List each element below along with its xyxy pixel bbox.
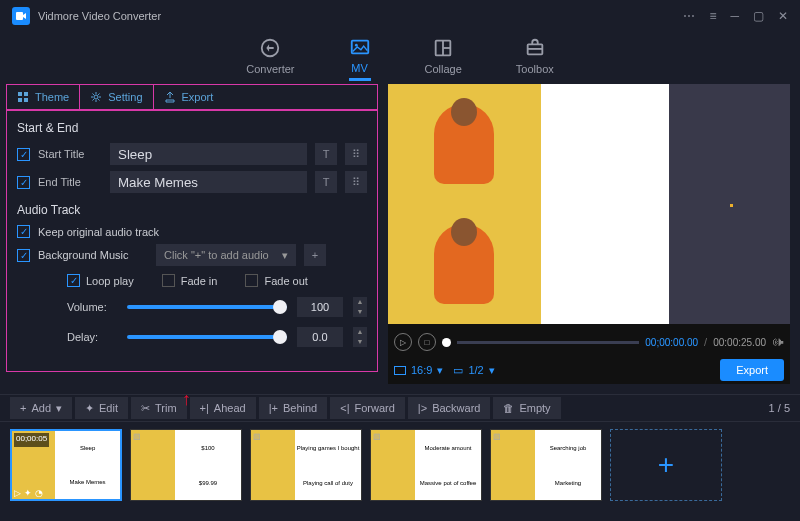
- add-audio-button[interactable]: +: [304, 244, 326, 266]
- play-button[interactable]: ▷: [394, 333, 412, 351]
- loop-checkbox[interactable]: ✓: [67, 274, 80, 287]
- thumbnail-item[interactable]: 00;00:05✕ SleepMake Memes ▷✦◔: [10, 429, 122, 501]
- add-thumbnail-button[interactable]: +: [610, 429, 722, 501]
- chevron-down-icon: ▾: [282, 249, 288, 262]
- minimize-button[interactable]: ─: [730, 9, 739, 23]
- delay-label: Delay:: [67, 331, 117, 343]
- volume-icon[interactable]: 🕪: [772, 335, 784, 349]
- total-time: 00:00:25.00: [713, 337, 766, 348]
- svg-rect-0: [16, 12, 23, 20]
- thumbnail-item[interactable]: ▧$100$99.99: [130, 429, 242, 501]
- end-title-checkbox[interactable]: ✓: [17, 176, 30, 189]
- gear-icon: [90, 91, 102, 103]
- app-logo-icon: [12, 7, 30, 25]
- thumb-trim-icon[interactable]: ◔: [35, 488, 43, 498]
- nav-mv[interactable]: MV: [349, 36, 371, 81]
- backward-button[interactable]: |> Backward: [408, 397, 491, 419]
- nav-toolbox[interactable]: Toolbox: [516, 37, 554, 79]
- thumbnail-item[interactable]: ▧Searching jobMarketing: [490, 429, 602, 501]
- current-time: 00;00:00.00: [645, 337, 698, 348]
- thumb-play-icon[interactable]: ▷: [14, 488, 21, 498]
- svg-rect-11: [18, 98, 22, 102]
- converter-icon: [259, 37, 281, 59]
- close-button[interactable]: ✕: [778, 9, 788, 23]
- tab-theme[interactable]: Theme: [7, 85, 79, 109]
- export-button[interactable]: Export: [720, 359, 784, 381]
- preview-panel: ▷ □ 00;00:00.00/00:00:25.00 🕪 16:9 ▾ ▭ 1…: [388, 84, 790, 384]
- volume-value: 100: [297, 297, 343, 317]
- delay-value: 0.0: [297, 327, 343, 347]
- thumbnail-strip: 00;00:05✕ SleepMake Memes ▷✦◔ ▧$100$99.9…: [0, 422, 800, 508]
- start-title-label: Start Title: [38, 148, 102, 160]
- volume-up-button[interactable]: ▲: [353, 297, 367, 307]
- export-icon: [164, 91, 176, 103]
- toolbox-icon: [524, 37, 546, 59]
- behind-button[interactable]: |+ Behind: [259, 397, 328, 419]
- fadein-checkbox[interactable]: ✓: [162, 274, 175, 287]
- add-button[interactable]: + Add ▾: [10, 397, 72, 419]
- section-audio: Audio Track: [17, 203, 367, 217]
- tab-setting[interactable]: Setting: [79, 85, 153, 109]
- app-title: Vidmore Video Converter: [38, 10, 683, 22]
- playhead[interactable]: [442, 338, 451, 347]
- svg-point-13: [94, 95, 98, 99]
- grid-icon: [17, 91, 29, 103]
- volume-slider[interactable]: [127, 305, 287, 309]
- timeline-track[interactable]: [457, 341, 639, 344]
- svg-rect-10: [24, 92, 28, 96]
- bg-music-dropdown[interactable]: Click "+" to add audio▾: [156, 244, 296, 266]
- keep-audio-checkbox[interactable]: ✓: [17, 225, 30, 238]
- start-title-input[interactable]: [110, 143, 307, 165]
- volume-down-button[interactable]: ▼: [353, 307, 367, 317]
- fadeout-checkbox[interactable]: ✓: [245, 274, 258, 287]
- arrow-annotation: ↑: [182, 389, 191, 410]
- stop-button[interactable]: □: [418, 333, 436, 351]
- feedback-icon[interactable]: ⋯: [683, 9, 695, 23]
- delay-down-button[interactable]: ▼: [353, 337, 367, 347]
- svg-rect-12: [24, 98, 28, 102]
- screen-button[interactable]: ▭ 1/2 ▾: [453, 364, 494, 377]
- collage-icon: [432, 37, 454, 59]
- bg-music-label: Background Music: [38, 249, 148, 261]
- section-startend: Start & End: [17, 121, 367, 135]
- nav-converter[interactable]: Converter: [246, 37, 294, 79]
- tab-export[interactable]: Export: [154, 85, 224, 109]
- start-title-font-button[interactable]: T: [315, 143, 337, 165]
- remove-thumb-button[interactable]: ✕: [104, 433, 118, 447]
- end-title-label: End Title: [38, 176, 102, 188]
- start-title-checkbox[interactable]: ✓: [17, 148, 30, 161]
- menu-icon[interactable]: ≡: [709, 9, 716, 23]
- forward-button[interactable]: <| Forward: [330, 397, 405, 419]
- thumbnail-item[interactable]: ▧Moderate amountMassive pot of coffee: [370, 429, 482, 501]
- trim-button[interactable]: ✂ Trim: [131, 397, 187, 419]
- bg-music-checkbox[interactable]: ✓: [17, 249, 30, 262]
- empty-button[interactable]: 🗑 Empty: [493, 397, 560, 419]
- delay-up-button[interactable]: ▲: [353, 327, 367, 337]
- ahead-button[interactable]: +| Ahead: [190, 397, 256, 419]
- svg-point-3: [354, 43, 357, 46]
- nav-collage[interactable]: Collage: [425, 37, 462, 79]
- svg-rect-9: [18, 92, 22, 96]
- start-title-expand-button[interactable]: ⠿: [345, 143, 367, 165]
- preview-image: [388, 84, 790, 324]
- end-title-expand-button[interactable]: ⠿: [345, 171, 367, 193]
- svg-rect-2: [351, 40, 368, 53]
- thumbnail-item[interactable]: ▧Playing games I boughtPlaying call of d…: [250, 429, 362, 501]
- delay-slider[interactable]: [127, 335, 287, 339]
- aspect-ratio-button[interactable]: 16:9 ▾: [394, 364, 443, 377]
- end-title-input[interactable]: [110, 171, 307, 193]
- keep-audio-label: Keep original audio track: [38, 226, 159, 238]
- mv-icon: [349, 36, 371, 58]
- volume-label: Volume:: [67, 301, 117, 313]
- maximize-button[interactable]: ▢: [753, 9, 764, 23]
- page-indicator: 1 / 5: [769, 402, 790, 414]
- end-title-font-button[interactable]: T: [315, 171, 337, 193]
- thumb-edit-icon[interactable]: ✦: [24, 488, 32, 498]
- edit-button[interactable]: ✦ Edit: [75, 397, 128, 419]
